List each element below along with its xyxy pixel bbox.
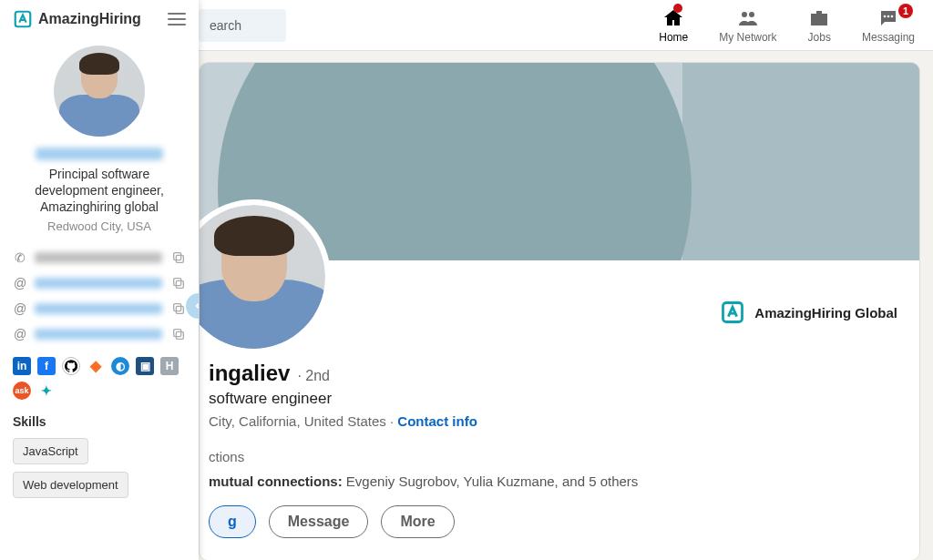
notification-badge: 1 [898, 4, 913, 18]
linkedin-main: earch Home My Network Jobs 1 Messaging [199, 0, 933, 560]
hamburger-menu-icon[interactable] [168, 13, 186, 25]
mutual-label: mutual connections: [209, 473, 343, 489]
pending-button[interactable]: g [209, 505, 256, 538]
more-button[interactable]: More [381, 505, 454, 538]
sidebar-name-redacted [36, 148, 163, 160]
at-icon: @ [13, 327, 27, 341]
brand-logo[interactable]: AmazingHiring [13, 9, 141, 29]
svg-rect-3 [176, 280, 183, 288]
svg-rect-4 [174, 278, 181, 285]
gitlab-icon[interactable]: ◆ [87, 357, 105, 375]
contact-row-phone: ✆ [13, 248, 186, 268]
skills-list: JavaScript Web development [13, 438, 186, 505]
nav-home[interactable]: Home [659, 7, 688, 44]
profile-location-fragment: City, California, United States · [209, 413, 394, 429]
profile-card: AmazingHiring Global ingaliev · 2nd soft… [199, 62, 920, 560]
messaging-icon [877, 7, 899, 29]
profile-name-row: ingaliev · 2nd [209, 361, 897, 386]
contact-row-email: @ [13, 324, 186, 344]
nav-label: Messaging [862, 31, 915, 44]
copy-icon[interactable] [171, 276, 186, 290]
brand-name: AmazingHiring [38, 11, 141, 27]
amazinghiring-icon[interactable]: ✦ [37, 382, 56, 400]
profile-name-fragment: ingaliev [209, 361, 290, 386]
svg-rect-8 [174, 329, 181, 336]
message-button[interactable]: Message [269, 505, 369, 538]
current-company[interactable]: AmazingHiring Global [720, 300, 897, 325]
contact-redacted [35, 329, 162, 340]
phone-icon: ✆ [13, 250, 27, 265]
amazinghiring-logo-icon [13, 9, 33, 29]
nav-label: Jobs [808, 31, 831, 44]
search-input[interactable]: earch [199, 9, 286, 42]
sidebar-contacts: ✆ @ @ @ [13, 248, 186, 344]
social-icon-row: in f ◆ ◐ ▣ H ask ✦ [13, 357, 186, 400]
content-canvas: AmazingHiring Global ingaliev · 2nd soft… [199, 51, 933, 560]
svg-rect-7 [176, 331, 183, 339]
loading-icon[interactable]: ◐ [111, 357, 129, 375]
ask-icon[interactable]: ask [13, 382, 31, 400]
contact-redacted [35, 278, 162, 289]
nav-jobs[interactable]: Jobs [808, 7, 831, 44]
svg-point-11 [884, 15, 887, 17]
briefcase-icon [808, 7, 830, 29]
svg-point-13 [891, 15, 894, 17]
github-icon[interactable] [62, 357, 80, 375]
copy-icon[interactable] [171, 250, 186, 265]
copy-icon[interactable] [171, 327, 186, 341]
svg-rect-5 [176, 306, 183, 313]
svg-rect-6 [174, 303, 181, 311]
skill-tag[interactable]: Web development [13, 472, 128, 498]
bitbucket-icon[interactable]: ▣ [136, 357, 154, 375]
connection-degree: · 2nd [297, 368, 330, 384]
collapse-sidebar-button[interactable] [186, 293, 199, 319]
mutual-text: Evgeniy Sugrobov, Yulia Kuzmane, and 5 o… [346, 473, 639, 489]
habr-icon[interactable]: H [160, 357, 179, 375]
svg-point-9 [742, 12, 747, 17]
top-bar: earch Home My Network Jobs 1 Messaging [199, 0, 933, 51]
notification-dot [673, 4, 682, 13]
sidebar-location: Redwood City, USA [13, 219, 186, 233]
skill-tag[interactable]: JavaScript [13, 438, 88, 464]
contact-row-email: @ [13, 299, 186, 319]
contact-row-email: @ [13, 273, 186, 293]
amazinghiring-sidebar: AmazingHiring Principal software develop… [0, 0, 199, 560]
svg-point-12 [887, 15, 890, 17]
network-icon [737, 7, 759, 29]
nav-label: My Network [719, 31, 776, 44]
message-label: Message [288, 514, 350, 530]
copy-icon[interactable] [171, 301, 186, 316]
nav-label: Home [659, 31, 688, 44]
contact-info-link[interactable]: Contact info [397, 413, 477, 429]
facebook-icon[interactable]: f [37, 357, 56, 375]
profile-actions: g Message More [209, 505, 897, 538]
svg-rect-2 [174, 252, 181, 260]
sidebar-avatar[interactable] [54, 46, 145, 137]
at-icon: @ [13, 276, 27, 290]
skills-heading: Skills [13, 414, 186, 429]
more-label: More [400, 514, 435, 530]
connections-fragment[interactable]: ctions [209, 449, 897, 464]
chevron-left-icon [192, 300, 199, 312]
svg-point-10 [749, 12, 754, 17]
top-nav: Home My Network Jobs 1 Messaging [659, 7, 915, 44]
svg-rect-1 [176, 255, 183, 262]
nav-messaging[interactable]: 1 Messaging [862, 7, 915, 44]
sidebar-header: AmazingHiring [13, 9, 186, 29]
sidebar-role: Principal software development engineer,… [13, 166, 186, 216]
linkedin-icon[interactable]: in [13, 357, 31, 375]
search-placeholder-fragment: earch [210, 18, 241, 33]
nav-network[interactable]: My Network [719, 7, 776, 44]
mutual-connections[interactable]: mutual connections: Evgeniy Sugrobov, Yu… [209, 473, 897, 489]
contact-redacted [35, 303, 162, 314]
contact-redacted [35, 252, 162, 263]
amazinghiring-logo-icon [720, 300, 745, 325]
pending-label-fragment: g [228, 514, 237, 530]
profile-headline: software engineer [209, 390, 897, 408]
profile-location-row: City, California, United States · Contac… [209, 413, 897, 429]
at-icon: @ [13, 301, 27, 316]
company-name: AmazingHiring Global [754, 305, 897, 321]
